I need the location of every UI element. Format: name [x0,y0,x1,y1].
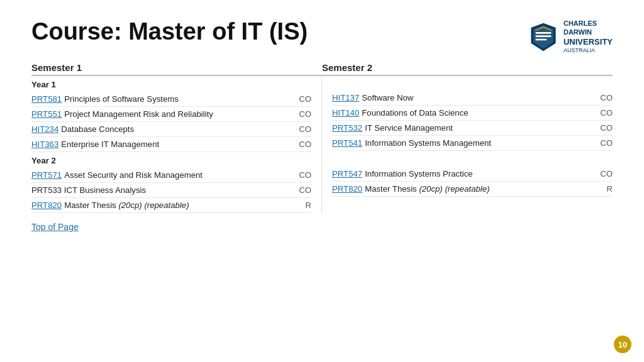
list-item: PRT547 Information Systems Practice CO [332,167,613,182]
course-type: R [299,200,311,210]
course-type: R [600,184,613,194]
logo-text: CHARLES DARWIN UNIVERSITY AUSTRALIA [564,19,613,55]
course-type: CO [299,170,311,180]
page: Course: Master of IT (IS) CHARLES DARWIN… [0,0,644,362]
semester1-col: Year 1 PRT581 Principles of Software Sys… [31,76,322,152]
course-name: Master Thesis (20cp) (repeatable) [64,200,292,210]
course-type: CO [299,185,311,195]
course-table: Semester 1 Semester 2 Year 1 PRT581 Prin… [31,62,613,213]
list-item: PRT551 Project Management Risk and Relia… [31,107,311,122]
list-item: PRT820 Master Thesis (20cp) (repeatable)… [332,182,613,197]
course-name: Principles of Software Systems [64,94,292,104]
list-item: HIT234 Database Concepts CO [31,122,311,137]
course-name: Master Thesis (20cp) (repeatable) [365,184,594,194]
list-item: HIT140 Foundations of Data Science CO [332,106,613,121]
year2-label: Year 2 [31,152,311,168]
svg-rect-3 [536,35,552,37]
course-code-prt547[interactable]: PRT547 [332,169,362,178]
list-item: HIT137 Software Now CO [332,90,613,106]
course-name: IT Service Management [365,123,594,133]
course-code-prt820-s1[interactable]: PRT820 [31,200,62,210]
svg-rect-4 [536,38,547,40]
semester2-col: Year 1 HIT137 Software Now CO HIT140 Fou… [322,76,613,152]
svg-rect-2 [536,32,552,34]
semester-headers-row: Semester 1 Semester 2 [31,62,613,76]
course-code-prt541[interactable]: PRT541 [332,138,362,148]
list-item: PRT581 Principles of Software Systems CO [31,92,311,107]
course-type: CO [600,108,613,118]
course-name: Database Concepts [61,124,292,134]
year1-label: Year 1 [31,76,311,92]
year2-section: Year 2 PRT571 Asset Security and Risk Ma… [31,152,613,213]
course-name: Asset Security and Risk Management [64,170,292,180]
course-type: CO [600,169,613,178]
course-type: CO [299,140,311,149]
course-name: Project Management Risk and Reliability [64,109,292,119]
semester2-header: Semester 2 [322,62,613,73]
header: Course: Master of IT (IS) CHARLES DARWIN… [31,19,613,55]
semester1-year2-col: Year 2 PRT571 Asset Security and Risk Ma… [31,152,322,213]
logo-area: CHARLES DARWIN UNIVERSITY AUSTRALIA [528,19,613,55]
course-code-prt532[interactable]: PRT532 [332,123,362,133]
semester1-header: Semester 1 [31,62,322,73]
course-name: Information Systems Management [365,138,594,148]
course-name: Software Now [362,93,594,102]
course-name: Foundations of Data Science [362,108,594,118]
list-item: PRT820 Master Thesis (20cp) (repeatable)… [31,198,311,213]
top-of-page-link[interactable]: Top of Page [31,222,79,232]
course-type: CO [600,93,613,102]
list-item: HIT363 Enterprise IT Management CO [31,137,311,152]
course-code-hit363[interactable]: HIT363 [31,140,58,149]
course-code-hit234[interactable]: HIT234 [31,124,58,134]
course-code-hit137[interactable]: HIT137 [332,93,359,102]
course-name: Information Systems Practice [365,169,594,178]
course-type: CO [600,123,613,133]
course-code-prt551[interactable]: PRT551 [31,109,62,119]
course-code-prt820-s2[interactable]: PRT820 [332,184,362,194]
course-code-hit140[interactable]: HIT140 [332,108,359,118]
page-title: Course: Master of IT (IS) [31,19,308,45]
course-type: CO [299,109,311,119]
list-item: PRT571 Asset Security and Risk Managemen… [31,168,311,183]
semester2-year2-col: Year 2 PRT547 Information Systems Practi… [322,152,613,213]
course-name: Enterprise IT Management [61,140,292,149]
list-item: PRT532 IT Service Management CO [332,121,613,136]
course-type: CO [299,124,311,134]
course-code-prt581[interactable]: PRT581 [31,94,62,104]
course-type: CO [600,138,613,148]
list-item: PRT541 Information Systems Management CO [332,136,613,151]
course-type: CO [299,94,311,104]
course-name: PRT533 ICT Business Analysis [31,185,292,195]
course-code-prt571[interactable]: PRT571 [31,170,62,180]
year1-section: Year 1 PRT581 Principles of Software Sys… [31,76,613,152]
cdu-logo-icon [528,22,558,52]
page-number: 10 [614,336,631,353]
list-item: PRT533 ICT Business Analysis CO [31,183,311,198]
